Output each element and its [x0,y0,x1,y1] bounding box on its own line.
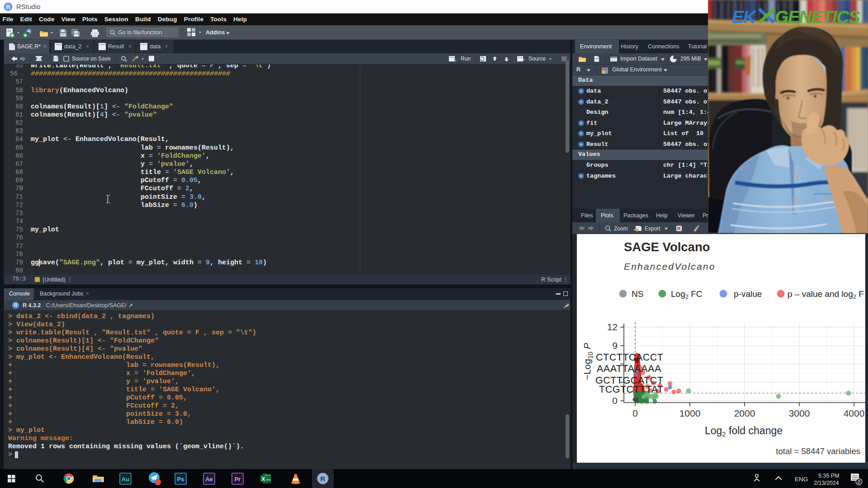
svg-text:4000: 4000 [844,408,865,418]
svg-text:12: 12 [607,322,618,332]
svg-text:2: 2 [858,479,860,484]
svg-text:AAATTAAAAA: AAATTAAAAA [597,363,661,374]
svg-text:Log2 fold change: Log2 fold change [705,425,783,438]
svg-text:GENETICS: GENETICS [775,7,860,27]
svg-text:CTCTTCACCT: CTCTTCACCT [596,352,664,363]
svg-text:total = 58447 variables: total = 58447 variables [776,446,860,456]
svg-text:Au: Au [122,476,129,483]
svg-text:p – value and log2 F: p – value and log2 F [788,289,864,300]
svg-text:EK: EK [732,7,757,27]
svg-text:R: R [14,302,17,308]
svg-text:R: R [6,4,10,10]
svg-text:9: 9 [612,340,618,351]
svg-text:Run: Run [461,56,471,62]
svg-text:5:35 PM: 5:35 PM [818,473,840,479]
svg-text:TCGTCTTTAT: TCGTCTTTAT [599,384,664,395]
svg-text:SAGE Volcano: SAGE Volcano [624,240,710,254]
svg-text:ENG: ENG [795,476,808,483]
svg-text:0: 0 [612,395,618,406]
svg-text:Source: Source [528,56,546,62]
svg-text:Pr: Pr [235,476,241,483]
svg-text:1000: 1000 [679,408,701,418]
svg-text:Ps: Ps [177,476,184,483]
svg-text:EnhancedVolcano: EnhancedVolcano [624,261,716,272]
svg-text:NS: NS [632,289,643,299]
svg-text:2/13/2024: 2/13/2024 [814,480,839,486]
svg-text:Ae: Ae [205,476,213,483]
svg-text:Export: Export [645,225,660,232]
svg-text:3000: 3000 [789,408,810,418]
svg-text:R: R [321,475,326,483]
svg-text:2000: 2000 [734,408,755,418]
svg-text:p-value: p-value [734,289,762,299]
svg-text:X: X [262,476,265,482]
svg-text:Zoom: Zoom [614,225,628,232]
svg-text:0: 0 [632,408,638,418]
svg-text:−Log10 P: −Log10 P [582,343,594,380]
